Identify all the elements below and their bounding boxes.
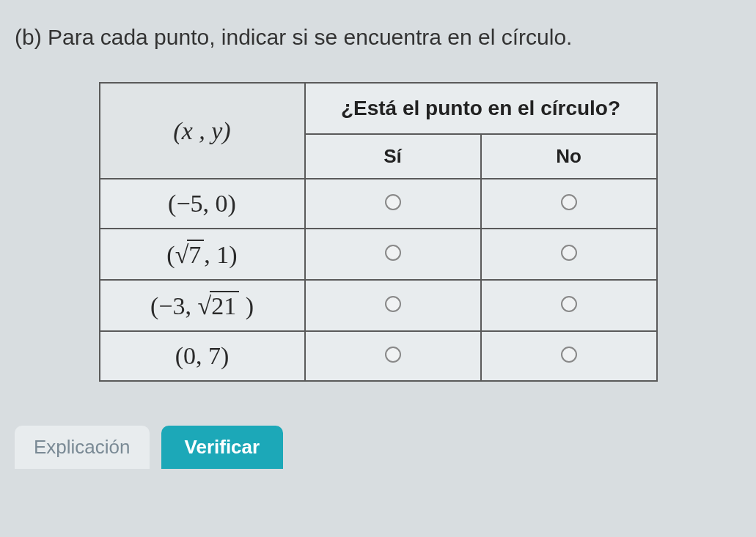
radio-yes[interactable] bbox=[385, 296, 401, 312]
table-row: (−5, 0) bbox=[100, 179, 657, 229]
radio-yes[interactable] bbox=[385, 245, 401, 261]
header-yes: Sí bbox=[305, 134, 481, 179]
table-row: (−3, 21 ) bbox=[100, 280, 657, 331]
points-table: (x , y) ¿Está el punto en el círculo? Sí… bbox=[99, 82, 658, 382]
radio-no[interactable] bbox=[561, 296, 577, 312]
radio-no[interactable] bbox=[561, 347, 577, 363]
verify-button[interactable]: Verificar bbox=[161, 426, 284, 469]
table-container: (x , y) ¿Está el punto en el círculo? Sí… bbox=[15, 82, 741, 382]
radio-yes-cell bbox=[305, 331, 481, 381]
button-row: Explicación Verificar bbox=[15, 426, 741, 469]
radio-yes-cell bbox=[305, 179, 481, 229]
radio-yes[interactable] bbox=[385, 347, 401, 363]
point-cell: (−3, 21 ) bbox=[100, 280, 305, 331]
explain-button[interactable]: Explicación bbox=[15, 426, 150, 469]
point-cell: (7, 1) bbox=[100, 229, 305, 280]
point-cell: (0, 7) bbox=[100, 331, 305, 381]
radio-yes[interactable] bbox=[385, 194, 401, 210]
header-question: ¿Está el punto en el círculo? bbox=[305, 83, 657, 134]
header-xy: (x , y) bbox=[100, 83, 305, 179]
radio-no-cell bbox=[481, 280, 657, 331]
point-cell: (−5, 0) bbox=[100, 179, 305, 229]
header-no: No bbox=[481, 134, 657, 179]
table-row: (0, 7) bbox=[100, 331, 657, 381]
radio-no-cell bbox=[481, 331, 657, 381]
radio-yes-cell bbox=[305, 229, 481, 280]
radio-no-cell bbox=[481, 229, 657, 280]
question-prompt: (b) Para cada punto, indicar si se encue… bbox=[15, 22, 741, 53]
radio-no[interactable] bbox=[561, 194, 577, 210]
table-row: (7, 1) bbox=[100, 229, 657, 280]
radio-no-cell bbox=[481, 179, 657, 229]
radio-yes-cell bbox=[305, 280, 481, 331]
radio-no[interactable] bbox=[561, 245, 577, 261]
